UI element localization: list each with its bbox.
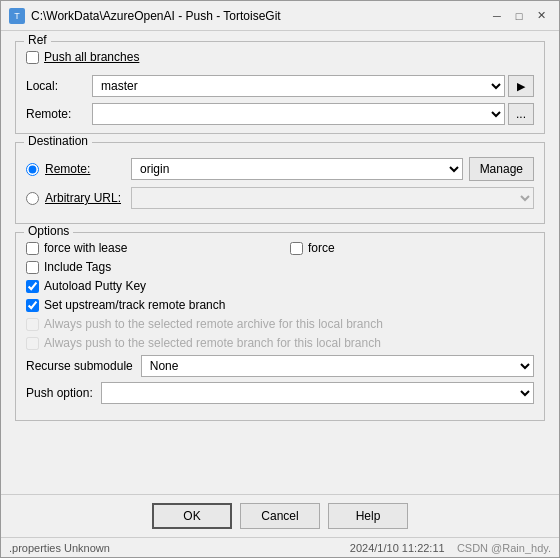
force-checkbox[interactable] [290,242,303,255]
recurse-select[interactable]: None Check On-demand While pushing [141,355,534,377]
always-push-remote-label: Always push to the selected remote branc… [44,336,381,350]
remote-combo-wrapper: ... [92,103,534,125]
force-with-lease-row: force with lease [26,241,270,255]
always-push-remote-checkbox[interactable] [26,337,39,350]
include-tags-label: Include Tags [44,260,111,274]
statusbar-right: 2024/1/10 11:22:11 CSDN @Rain_hdy. [350,542,551,554]
always-push-archive-label: Always push to the selected remote archi… [44,317,383,331]
remote-dots-button[interactable]: ... [508,103,534,125]
remote-select[interactable] [92,103,505,125]
remote-label: Remote: [26,107,86,121]
statusbar-watermark: CSDN @Rain_hdy. [457,542,551,554]
dialog-content: Ref Push all branches Local: master ▶ Re… [1,31,559,494]
titlebar-controls: ─ □ ✕ [487,6,551,26]
force-row: force [290,241,534,255]
force-with-lease-label: force with lease [44,241,127,255]
autoload-putty-label: Autoload Putty Key [44,279,146,293]
footer-buttons: OK Cancel Help [15,503,545,529]
arbitrary-radio-label: Arbitrary URL: [45,191,125,205]
minimize-button[interactable]: ─ [487,6,507,26]
options-legend: Options [24,224,73,238]
push-all-row: Push all branches [26,50,534,69]
always-push-archive-checkbox[interactable] [26,318,39,331]
push-all-checkbox-row: Push all branches [26,50,139,64]
set-upstream-label: Set upstream/track remote branch [44,298,225,312]
remote-row: Remote: ... [26,103,534,125]
arbitrary-radio-row: Arbitrary URL: [26,187,534,209]
arbitrary-radio[interactable] [26,192,39,205]
include-tags-row: Include Tags [26,260,534,274]
maximize-button[interactable]: □ [509,6,529,26]
push-option-select[interactable] [101,382,534,404]
remote-radio-row: Remote: origin Manage [26,157,534,181]
options-two-col: force with lease force [26,241,534,260]
app-icon: T [9,8,25,24]
options-group: Options force with lease force Include T… [15,232,545,421]
push-all-label: Push all branches [44,50,139,64]
remote-radio[interactable] [26,163,39,176]
cancel-button[interactable]: Cancel [240,503,320,529]
ref-legend: Ref [24,33,51,47]
local-label: Local: [26,79,86,93]
destination-legend: Destination [24,134,92,148]
titlebar: T C:\WorkData\AzureOpenAI - Push - Torto… [1,1,559,31]
local-row: Local: master ▶ [26,75,534,97]
help-button[interactable]: Help [328,503,408,529]
arbitrary-select[interactable] [131,187,534,209]
force-with-lease-checkbox[interactable] [26,242,39,255]
statusbar: .properties Unknown 2024/1/10 11:22:11 C… [1,537,559,557]
recurse-row: Recurse submodule None Check On-demand W… [26,355,534,377]
dialog-footer: OK Cancel Help [1,494,559,537]
push-option-label: Push option: [26,386,93,400]
titlebar-title: C:\WorkData\AzureOpenAI - Push - Tortois… [31,9,281,23]
destination-remote-select[interactable]: origin [131,158,463,180]
include-tags-checkbox[interactable] [26,261,39,274]
recurse-label: Recurse submodule [26,359,133,373]
remote-radio-label: Remote: [45,162,125,176]
ref-group: Ref Push all branches Local: master ▶ Re… [15,41,545,134]
manage-button[interactable]: Manage [469,157,534,181]
main-window: T C:\WorkData\AzureOpenAI - Push - Torto… [0,0,560,558]
local-combo-wrapper: master ▶ [92,75,534,97]
set-upstream-row: Set upstream/track remote branch [26,298,534,312]
set-upstream-checkbox[interactable] [26,299,39,312]
destination-group: Destination Remote: origin Manage Arbitr… [15,142,545,224]
local-arrow-button[interactable]: ▶ [508,75,534,97]
statusbar-left: .properties Unknown [9,542,110,554]
force-label: force [308,241,335,255]
always-push-remote-row: Always push to the selected remote branc… [26,336,534,350]
titlebar-left: T C:\WorkData\AzureOpenAI - Push - Torto… [9,8,281,24]
local-select[interactable]: master [92,75,505,97]
ok-button[interactable]: OK [152,503,232,529]
close-button[interactable]: ✕ [531,6,551,26]
statusbar-time: 2024/1/10 11:22:11 [350,542,445,554]
autoload-putty-row: Autoload Putty Key [26,279,534,293]
autoload-putty-checkbox[interactable] [26,280,39,293]
always-push-archive-row: Always push to the selected remote archi… [26,317,534,331]
push-all-checkbox[interactable] [26,51,39,64]
push-option-row: Push option: [26,382,534,404]
